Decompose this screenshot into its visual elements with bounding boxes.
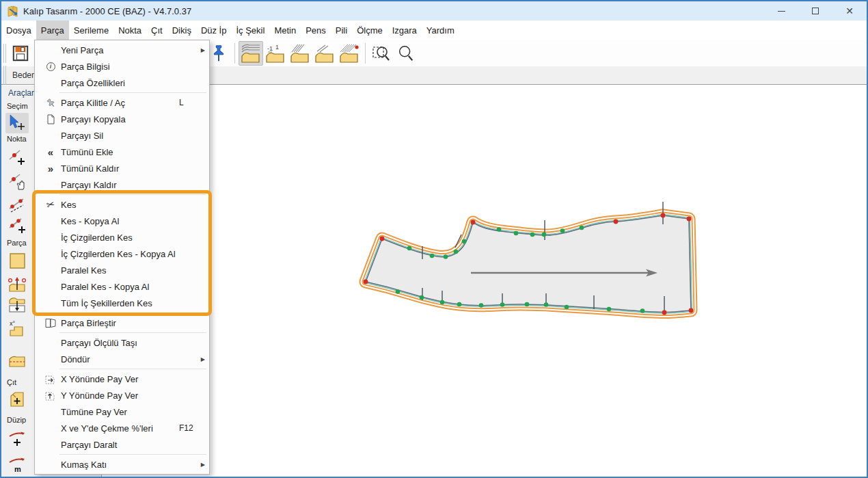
window-title: Kalıp Tasarım - 2000 CE (BAZ) - V4.7.0.3… — [23, 6, 191, 16]
maximize-button[interactable] — [798, 1, 832, 21]
toolbar-grip[interactable] — [3, 44, 6, 63]
menubar-cit[interactable]: Çıt — [146, 21, 167, 40]
menubar-pens[interactable]: Pens — [301, 21, 331, 40]
tool-point-add[interactable] — [5, 147, 29, 168]
menubar-izgara[interactable]: Izgara — [388, 21, 422, 40]
menubar-parca[interactable]: Parça — [36, 21, 69, 40]
save-icon — [11, 44, 30, 63]
menu-bar: Dosya Parça Serileme Nokta Çıt Dikiş Düz… — [1, 21, 867, 40]
tool-notch-add[interactable] — [5, 389, 29, 410]
menu-separator — [59, 454, 206, 455]
info-icon: i — [46, 62, 55, 71]
group-label-parca: Parça — [7, 239, 27, 247]
svg-text:1: 1 — [275, 44, 279, 51]
menubar-metin[interactable]: Metin — [269, 21, 301, 40]
piece-grade-numbers-button[interactable]: -1 1 — [263, 41, 288, 66]
menu-item-ic-cizgilerden-kes-kopya-al[interactable]: İç Çizgilerden Kes - Kopya Al — [35, 245, 209, 262]
tool-point-add-multi[interactable] — [5, 215, 29, 236]
menu-item-tumune-pay-ver[interactable]: Tümüne Pay Ver — [35, 403, 209, 420]
submenu-arrow-icon: ▶ — [197, 462, 205, 468]
grain-add-icon — [8, 430, 27, 448]
copy-icon — [46, 114, 55, 124]
tool-piece-direction[interactable] — [5, 273, 29, 293]
piece-contours-icon — [241, 43, 261, 64]
minimize-icon — [778, 11, 785, 12]
piece-grade-steep-button[interactable] — [288, 41, 312, 66]
zoom-button[interactable] — [394, 41, 418, 66]
menu-item-paralel-kes[interactable]: Paralel Kes — [35, 262, 209, 278]
menu-item-parca-kilitle[interactable]: Parça Kilitle / AçL — [35, 94, 209, 111]
menu-item-parcayi-olculu-tasi[interactable]: Parçayı Ölçülü Taşı — [35, 334, 209, 351]
tool-point-measure[interactable] — [5, 195, 29, 215]
pattern-piece-drawing[interactable] — [103, 85, 868, 478]
group-label-duzip: Düzip — [7, 416, 26, 424]
menu-item-parcayi-kaldir[interactable]: Parçayı Kaldır — [35, 176, 209, 193]
piece-direction-icon — [8, 274, 27, 292]
menu-item-x-yonunde-pay-ver[interactable]: X Yönünde Pay Ver — [35, 371, 209, 387]
menu-item-ic-cizgilerden-kes[interactable]: İç Çizgilerden Kes — [35, 229, 209, 245]
menubar-nokta[interactable]: Nokta — [113, 21, 146, 40]
toolbar-separator — [234, 43, 235, 64]
minimize-button[interactable] — [764, 1, 798, 21]
notch-add-icon — [8, 390, 27, 408]
menubar-dikis[interactable]: Dikiş — [167, 21, 196, 40]
menu-item-x-ve-y-cekme[interactable]: X ve Y'de Çekme %'leriF12 — [35, 420, 209, 436]
menubar-serileme[interactable]: Serileme — [69, 21, 113, 40]
menubar-duzip[interactable]: Düz İp — [196, 21, 232, 40]
piece-grade-all-button[interactable] — [337, 41, 362, 66]
pushpin-button[interactable] — [206, 41, 231, 66]
chevrons-left-icon: « — [48, 147, 53, 157]
menu-item-parca-bilgisi[interactable]: iParça Bilgisi — [35, 58, 209, 75]
menubar-dosya[interactable]: Dosya — [1, 21, 36, 40]
tool-select-move[interactable] — [5, 113, 29, 133]
menu-item-parcayi-kopyala[interactable]: Parçayı Kopyala — [35, 111, 209, 127]
piece-grade-pair-button[interactable] — [312, 41, 337, 66]
menu-item-tum-ic-sekillerden-kes[interactable]: Tüm İç Şekillerden Kes — [35, 295, 209, 311]
piece-grade-all-icon — [339, 43, 360, 64]
tool-piece-foldline[interactable] — [5, 349, 29, 370]
menu-item-dondur[interactable]: Döndür▶ — [35, 351, 209, 367]
chevrons-right-icon: » — [48, 163, 53, 174]
tool-piece-split[interactable] — [5, 295, 29, 315]
zoom-region-button[interactable] — [369, 41, 394, 66]
menu-separator — [59, 313, 206, 313]
piece-contours-button[interactable] — [239, 41, 263, 66]
menu-item-kes[interactable]: ✂Kes — [35, 196, 209, 213]
toolbar-grip[interactable] — [3, 66, 6, 85]
menu-separator — [59, 369, 206, 369]
menu-item-parcayi-daralt[interactable]: Parçayı Daralt — [35, 436, 209, 453]
point-add-icon — [8, 148, 27, 166]
allowance-y-icon — [45, 390, 56, 401]
menu-item-parca-birlestir[interactable]: Parça Birleştir — [35, 315, 209, 331]
menu-item-parca-ozellikleri[interactable]: Parça Özellikleri — [35, 75, 209, 91]
point-add-multi-icon — [8, 217, 27, 235]
menubar-pili[interactable]: Pili — [331, 21, 352, 40]
menu-item-parcayi-sil[interactable]: Parçayı Sil — [35, 127, 209, 144]
group-label-cit: Çıt — [7, 378, 16, 386]
select-move-icon — [8, 114, 27, 132]
tool-piece-angle[interactable]: x° — [5, 318, 29, 338]
menu-item-kes-kopya-al[interactable]: Kes - Kopya Al — [35, 213, 209, 229]
menu-item-paralel-kes-kopya-al[interactable]: Paralel Kes - Kopya Al — [35, 278, 209, 295]
tool-point-move[interactable] — [5, 172, 29, 192]
menu-separator — [59, 194, 206, 195]
tool-piece-rectangle[interactable] — [5, 251, 29, 271]
save-button[interactable] — [8, 41, 33, 66]
menu-item-tumunu-ekle[interactable]: «Tümünü Ekle — [35, 144, 209, 160]
menu-item-yeni-parca[interactable]: Yeni Parça▶ — [35, 42, 209, 58]
merge-icon — [45, 318, 56, 328]
close-button[interactable]: ✕ — [832, 1, 867, 21]
zoom-region-icon — [371, 43, 392, 64]
svg-text:x°: x° — [10, 320, 16, 327]
tool-grain-measure[interactable]: m — [5, 455, 29, 475]
menu-item-y-yonunde-pay-ver[interactable]: Y Yönünde Pay Ver — [35, 387, 209, 403]
menu-item-kumas-kati[interactable]: Kumaş Katı▶ — [35, 456, 209, 473]
tool-grain-add[interactable] — [5, 429, 29, 449]
menu-item-tumunu-kaldir[interactable]: »Tümünü Kaldır — [35, 160, 209, 176]
allowance-x-icon — [45, 374, 56, 384]
menubar-icsekil[interactable]: İç Şekil — [231, 21, 269, 40]
tools-panel-header: Araçlar — [8, 88, 34, 98]
menubar-yardim[interactable]: Yardım — [422, 21, 459, 40]
menubar-olcme[interactable]: Ölçme — [352, 21, 388, 40]
shortcut-label: L — [179, 98, 197, 107]
